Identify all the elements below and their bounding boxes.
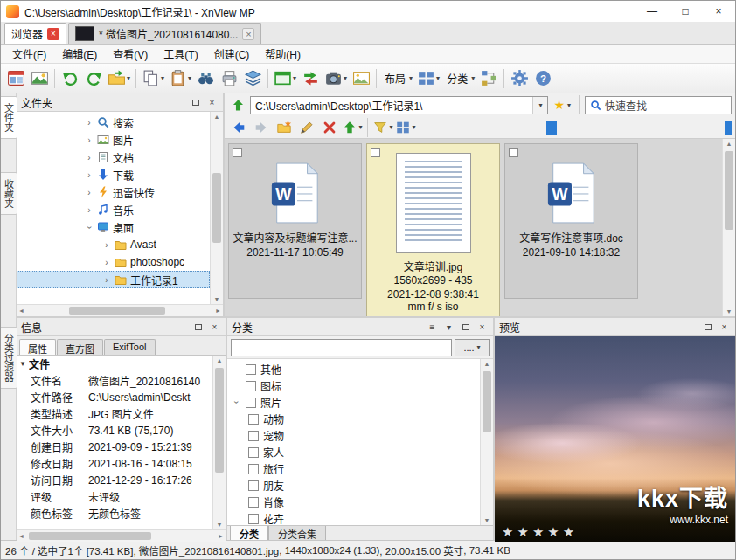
tab-exiftool[interactable]: ExifTool	[104, 339, 156, 355]
menu-help[interactable]: 帮助(H)	[257, 45, 309, 63]
slideshow-button[interactable]	[350, 66, 372, 91]
category-item-pets[interactable]: 宠物	[227, 427, 480, 444]
dock-tab-category-filter[interactable]: 分类过滤器	[0, 327, 17, 389]
new-folder-button[interactable]	[274, 118, 295, 137]
menu-edit[interactable]: 编辑(E)	[54, 45, 105, 63]
maximize-button[interactable]: □	[669, 1, 702, 22]
info-horizontal-scrollbar[interactable]: ◄►	[17, 529, 226, 542]
close-panel-icon[interactable]: ×	[208, 321, 221, 333]
search-files-button[interactable]	[194, 66, 217, 91]
info-vertical-scrollbar[interactable]: ▲▼	[212, 356, 226, 529]
menu-create[interactable]: 创建(C)	[206, 45, 258, 63]
checkbox[interactable]	[248, 497, 259, 508]
splitter-handle[interactable]	[546, 121, 557, 135]
tab-close-icon[interactable]: ×	[242, 28, 254, 40]
undo-button[interactable]	[59, 66, 81, 91]
category-item-animals[interactable]: 动物	[227, 411, 480, 427]
checkbox[interactable]	[248, 447, 259, 458]
category-item-travel[interactable]: 旅行	[227, 460, 480, 477]
help-button[interactable]: ?	[531, 66, 554, 91]
category-item-portrait[interactable]: 肖像	[227, 494, 480, 510]
category-item-other[interactable]: 其他	[227, 361, 480, 377]
open-folder-button[interactable]: ▾	[106, 66, 132, 91]
tab-close-icon[interactable]: ×	[47, 28, 59, 40]
tab-histogram[interactable]: 直方图	[57, 339, 103, 355]
folder-item-work-log[interactable]: ›工作记录1	[17, 271, 210, 288]
quick-search-input[interactable]: 快速查找	[585, 96, 732, 114]
category-dropdown[interactable]: 分类▾	[442, 66, 476, 91]
folder-item-pictures[interactable]: ›图片	[17, 131, 210, 149]
redo-button[interactable]	[82, 66, 105, 91]
delete-button[interactable]	[319, 118, 340, 137]
checkbox[interactable]	[246, 381, 256, 391]
expand-icon[interactable]: ›	[85, 188, 94, 197]
expand-icon[interactable]: ›	[102, 275, 111, 285]
property-group[interactable]: ▼文件	[17, 356, 212, 372]
capture-button[interactable]: ▾	[323, 66, 349, 91]
folders-horizontal-scrollbar[interactable]: ◄►	[17, 304, 223, 316]
view-mode-button[interactable]: ▾	[415, 66, 441, 91]
file-tile-doc1[interactable]: W 文章内容及标题编写注意... 2021-11-17 10:05:49	[228, 143, 362, 299]
preview-image[interactable]: kkx下载 www.kkx.net ★★★★★	[495, 336, 735, 542]
file-tile-jpg-selected[interactable]: 文章培训.jpg 1560x2699 - 435 2021-12-08 9:38…	[366, 143, 500, 316]
path-combobox[interactable]: C:\Users\admin\Desktop\工作记录1\ ▾	[250, 96, 548, 114]
settings-button[interactable]	[508, 66, 531, 91]
expand-icon[interactable]: ›	[85, 170, 94, 180]
menu-tools[interactable]: 工具(T)	[156, 45, 205, 63]
browser-mode-button[interactable]	[4, 66, 27, 91]
file-tile-doc2[interactable]: W 文章写作注意事项.doc 2021-09-10 14:18:32	[504, 143, 638, 299]
category-item-flowers[interactable]: 花卉	[227, 510, 480, 525]
menu-view[interactable]: 查看(V)	[105, 45, 156, 63]
transfer-button[interactable]	[299, 66, 322, 91]
category-item-photos[interactable]: ›照片	[227, 394, 480, 411]
category-item-family[interactable]: 家人	[227, 444, 480, 460]
float-panel-icon[interactable]	[191, 321, 205, 333]
checkbox[interactable]	[248, 464, 259, 474]
folder-item-thunder[interactable]: ›迅雷快传	[17, 183, 210, 201]
folder-item-downloads[interactable]: ›下载	[17, 166, 210, 183]
batch-button[interactable]	[477, 66, 500, 91]
filter-button[interactable]: ▾	[372, 118, 393, 137]
folder-item-music[interactable]: ›音乐	[17, 201, 210, 218]
folders-vertical-scrollbar[interactable]: ▲▼	[210, 112, 223, 304]
splitter-handle[interactable]	[725, 121, 732, 135]
layers-button[interactable]	[241, 66, 264, 91]
checkbox[interactable]	[248, 414, 259, 425]
layout-dropdown[interactable]: 布局▾	[380, 66, 414, 91]
float-panel-icon[interactable]	[701, 321, 714, 333]
view-options-button[interactable]: ▾	[395, 118, 416, 137]
minimize-button[interactable]: —	[635, 1, 669, 22]
collapse-icon[interactable]: ›	[85, 223, 94, 232]
forward-button[interactable]	[251, 118, 272, 137]
close-panel-icon[interactable]: ×	[476, 321, 489, 333]
rating-stars[interactable]: ★★★★★	[502, 524, 578, 540]
expand-icon[interactable]: ›	[102, 240, 111, 250]
print-button[interactable]	[218, 66, 240, 91]
checkbox[interactable]	[248, 431, 259, 441]
tab-image[interactable]: * 微信图片_2021081614080... ×	[68, 23, 261, 44]
checkbox[interactable]	[248, 514, 259, 524]
expand-icon[interactable]: ›	[85, 118, 94, 128]
panel-menu-dropdown-icon[interactable]: ▾	[442, 321, 455, 333]
close-panel-icon[interactable]: ×	[205, 96, 219, 108]
folder-item-documents[interactable]: ›文档	[17, 149, 210, 166]
category-item-icons[interactable]: 图标	[227, 377, 480, 394]
close-panel-icon[interactable]: ×	[718, 321, 731, 333]
category-browse-button[interactable]: ....▾	[455, 339, 490, 356]
float-panel-icon[interactable]	[459, 321, 472, 333]
favorites-button[interactable]: ★▾	[551, 98, 573, 112]
folder-item-search[interactable]: ›搜索	[17, 114, 210, 131]
checkbox[interactable]	[248, 480, 259, 491]
back-button[interactable]	[228, 118, 249, 137]
menu-file[interactable]: 文件(F)	[4, 45, 54, 63]
tab-browser[interactable]: 浏览器 ×	[4, 23, 66, 44]
file-checkbox[interactable]	[233, 148, 242, 157]
expand-icon[interactable]: ›	[85, 153, 94, 162]
categories-vertical-scrollbar[interactable]: ▲▼	[480, 359, 493, 525]
paste-button[interactable]: ▾	[167, 66, 193, 91]
parent-folder-button[interactable]: ▾	[342, 118, 363, 137]
folder-item-avast[interactable]: ›Avast	[17, 236, 210, 253]
checkbox[interactable]	[246, 364, 256, 375]
file-checkbox[interactable]	[371, 148, 380, 157]
expand-icon[interactable]: ›	[102, 258, 111, 267]
